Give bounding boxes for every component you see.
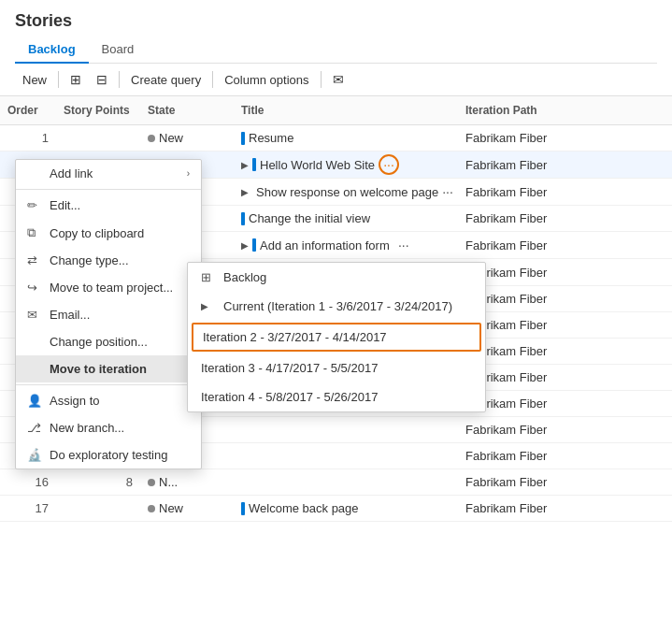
exploratory-icon: 🔬 [27,448,42,462]
add-item-button[interactable]: ⊞ [63,69,89,90]
table-row[interactable]: 1 New Resume Fabrikam Fiber [0,125,672,151]
ctx-new-branch[interactable]: ⎇ New branch... [16,414,201,441]
email-ctx-icon: ✉ [27,308,42,322]
ctx-change-position[interactable]: Change position... [16,328,201,355]
tab-board[interactable]: Board [89,36,148,64]
expand-icon[interactable]: ▶ [241,160,249,170]
chevron-right-icon: › [187,168,190,179]
submenu-iter2-label: Iteration 2 - 3/27/2017 - 4/14/2017 [203,330,387,344]
row-title [234,480,458,485]
col-title: Title [234,100,458,121]
submenu-iter4-label: Iteration 4 - 5/8/2017 - 5/26/2017 [201,390,378,404]
row-title: ▶ Add an information form ··· [234,232,458,258]
ctx-exploratory-label: Do exploratory testing [50,448,167,462]
row-state: New [140,498,234,518]
row-iteration: Fabrikam Fiber [458,128,626,148]
collapse-button[interactable]: ⊟ [89,69,115,90]
table-row[interactable]: 16 8 N... Fabrikam Fiber [0,469,672,496]
more-actions-button[interactable]: ··· [379,154,399,175]
create-query-button[interactable]: Create query [123,70,208,90]
new-button[interactable]: New [15,70,54,90]
ctx-add-link[interactable]: Add link › [16,160,201,187]
toolbar-sep-4 [321,71,322,88]
submenu-iteration3[interactable]: Iteration 3 - 4/17/2017 - 5/5/2017 [188,353,485,382]
current-expand-icon: ▶ [201,301,216,311]
expand-icon[interactable]: ▶ [241,240,249,251]
ctx-change-pos-label: Change position... [50,335,148,349]
submenu-backlog[interactable]: ⊞ Backlog [188,263,485,292]
col-iteration: Iteration Path [458,100,626,121]
row-iteration: Fabrikam Fiber [458,209,626,228]
row-title [234,427,458,433]
email-icon: ✉ [333,72,344,87]
submenu-iter3-label: Iteration 3 - 4/17/2017 - 5/5/2017 [201,361,378,375]
submenu-current-label: Current (Iteration 1 - 3/6/2017 - 3/24/2… [223,299,452,313]
row-iteration: Fabrikam Fiber [458,498,626,518]
ctx-exploratory[interactable]: 🔬 Do exploratory testing [16,441,201,469]
row-points [56,136,140,141]
column-options-button[interactable]: Column options [217,70,316,90]
collapse-icon: ⊟ [96,72,107,87]
ctx-edit[interactable]: ✏ Edit... [16,192,201,219]
table-header: Order Story Points State Title Iteration… [0,96,672,125]
row-points [56,506,140,512]
tabs: Backlog Board [15,36,657,64]
ctx-email[interactable]: ✉ Email... [16,301,201,328]
table-row[interactable]: 17 New Welcome back page Fabrikam Fiber [0,496,672,522]
branch-icon: ⎇ [27,421,42,435]
edit-icon: ✏ [27,198,42,212]
move-team-icon: ↪ [27,281,42,295]
row-title: ▶ Hello World Web Site ··· [234,151,458,178]
ctx-add-link-label: Add link [50,166,93,180]
submenu: ⊞ Backlog ▶ Current (Iteration 1 - 3/6/2… [187,262,486,412]
row-iteration: Fabrikam Fiber [458,182,626,202]
expand-icon[interactable]: ▶ [241,187,249,197]
row-title: Welcome back page [234,498,458,518]
col-story-points: Story Points [56,100,140,121]
row-iteration: Fabrikam Fiber [458,446,626,466]
column-options-label: Column options [224,73,308,87]
row-points: 8 [56,472,140,492]
ctx-move-iter-label: Move to iteration [50,362,147,376]
page-header: Stories Backlog Board [0,0,672,64]
more-actions-button[interactable]: ··· [442,181,453,202]
ctx-separator-2 [16,384,201,385]
submenu-iteration2[interactable]: Iteration 2 - 3/27/2017 - 4/14/2017 [192,323,481,352]
new-label: New [22,73,47,87]
change-type-icon: ⇄ [27,253,42,267]
context-menu: Add link › ✏ Edit... ⧉ Copy to clipboard… [15,159,202,469]
more-actions-button[interactable]: ··· [393,235,414,255]
row-title: Change the initial view [234,209,458,228]
row-order: 1 [0,128,56,148]
ctx-move-iteration[interactable]: Move to iteration › [16,355,201,382]
ctx-move-team-label: Move to team project... [50,281,173,295]
ctx-assign-to[interactable]: 👤 Assign to › [16,387,201,414]
ctx-change-type[interactable]: ⇄ Change type... [16,247,201,274]
ctx-move-team[interactable]: ↪ Move to team project... [16,274,201,301]
submenu-iteration4[interactable]: Iteration 4 - 5/8/2017 - 5/26/2017 [188,382,485,411]
row-title: ▶ Show response on welcome page ··· [234,179,458,205]
row-iteration: Fabrikam Fiber [458,236,626,255]
email-button[interactable]: ✉ [325,69,351,90]
row-state: New [140,128,234,148]
backlog-icon: ⊞ [201,270,216,284]
col-state: State [140,100,234,121]
tab-backlog[interactable]: Backlog [15,36,89,64]
add-icon: ⊞ [70,72,81,87]
toolbar: New ⊞ ⊟ Create query Column options ✉ [0,64,672,96]
page-title: Stories [15,11,657,31]
row-state: N... [140,472,234,492]
ctx-assign-label: Assign to [50,394,99,408]
row-title: Resume [234,128,458,148]
ctx-email-label: Email... [50,308,90,322]
row-title [234,454,458,459]
toolbar-sep-3 [212,71,213,88]
row-iteration: Fabrikam Fiber [458,472,626,492]
ctx-copy-clipboard[interactable]: ⧉ Copy to clipboard [16,219,201,247]
toolbar-sep-2 [119,71,120,88]
ctx-separator [16,189,201,190]
ctx-copy-label: Copy to clipboard [50,226,144,240]
ctx-change-type-label: Change type... [50,253,129,267]
submenu-current[interactable]: ▶ Current (Iteration 1 - 3/6/2017 - 3/24… [188,292,485,321]
page-wrapper: Stories Backlog Board New ⊞ ⊟ Create que… [0,0,672,620]
